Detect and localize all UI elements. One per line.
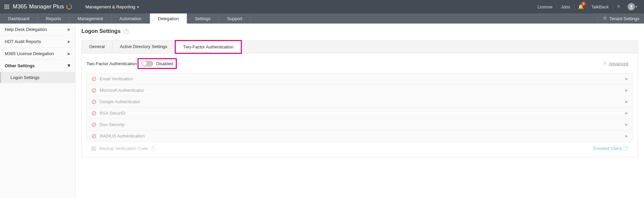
notifications-button[interactable]: 🔔 4	[575, 4, 587, 10]
method-label: Google Authenticator	[100, 99, 140, 104]
tfa-toggle[interactable]	[141, 61, 153, 67]
chevron-down-icon: ▾	[137, 5, 139, 9]
toggle-state-label: Disabled	[156, 61, 173, 66]
tab-general[interactable]: General	[82, 41, 112, 53]
advanced-link[interactable]: Advanced	[603, 61, 628, 66]
svg-point-1	[604, 17, 605, 18]
sidebar-item-hdt-audit-reports[interactable]: HDT Audit Reports ▶	[0, 36, 75, 48]
enrolled-users-link[interactable]: Enrolled Users ?	[593, 146, 628, 151]
svg-line-12	[93, 123, 95, 126]
sidebar-item-m365-license-delegation[interactable]: M365 License Delegation ▶	[0, 48, 75, 60]
nav-tab-automation[interactable]: Automation	[111, 13, 150, 24]
nav-tab-management[interactable]: Management	[69, 13, 111, 24]
caret-right-icon: ▶	[68, 28, 70, 31]
help-button[interactable]: ?	[613, 4, 624, 9]
sidebar-subitem-logon-settings[interactable]: Logon Settings	[0, 72, 75, 83]
auth-method-item[interactable]: Duo Security ▶	[87, 119, 633, 130]
method-label: Duo Security	[100, 122, 124, 127]
sidebar-item-label: Help Desk Delegation	[5, 27, 47, 32]
caret-right-icon: ▶	[625, 100, 628, 104]
page-title: Logon Settings	[82, 28, 120, 34]
svg-line-14	[93, 135, 95, 137]
tab-strip: General Active Directory Settings Two-Fa…	[82, 41, 638, 53]
brand-logo: M365 Manager Plus	[13, 3, 72, 10]
nav-tab-reports[interactable]: Reports	[38, 13, 70, 24]
sidebar-item-label: HDT Audit Reports	[5, 39, 41, 44]
svg-point-0	[631, 5, 632, 7]
page-title-row: Logon Settings ?	[82, 28, 638, 34]
top-header: M365 Manager Plus Management & Reporting…	[0, 0, 644, 13]
caret-right-icon: ▶	[625, 77, 628, 81]
brand-swirl-icon	[66, 4, 72, 10]
nav-tab-dashboard[interactable]: Dashboard	[0, 13, 38, 24]
advanced-label: Advanced	[609, 61, 628, 66]
backup-code-checkbox[interactable]	[91, 146, 96, 151]
auth-method-list: Email Verification ▶ Microsoft Authentic…	[82, 73, 638, 142]
jobs-link[interactable]: Jobs	[557, 4, 574, 10]
method-label: Email Verification	[100, 76, 133, 81]
method-label: Microsoft Authenticator	[100, 88, 144, 93]
talkback-link[interactable]: TalkBack	[587, 4, 613, 10]
nav-tab-settings[interactable]: Settings	[187, 13, 219, 24]
user-avatar-icon	[628, 3, 635, 10]
disabled-icon	[92, 100, 96, 104]
apps-grid-icon[interactable]	[4, 4, 9, 9]
caret-down-icon: ▶	[67, 65, 71, 67]
disabled-icon	[92, 88, 96, 93]
user-menu[interactable]: ▾	[624, 3, 640, 10]
tab-active-directory-settings[interactable]: Active Directory Settings	[112, 41, 175, 53]
main-nav: Dashboard Reports Management Automation …	[0, 13, 644, 24]
sidebar-item-other-settings[interactable]: Other Settings ▶	[0, 60, 75, 72]
disabled-icon	[92, 122, 96, 127]
tabs-panel: General Active Directory Settings Two-Fa…	[82, 40, 638, 157]
sidebar: Help Desk Delegation ▶ HDT Audit Reports…	[0, 24, 75, 198]
nav-tab-support[interactable]: Support	[219, 13, 251, 24]
content-area: Logon Settings ? General Active Director…	[75, 24, 644, 198]
caret-right-icon: ▶	[68, 40, 70, 43]
method-label: RADIUS Authentication	[100, 133, 145, 138]
svg-line-8	[93, 101, 95, 103]
license-link[interactable]: License	[533, 4, 557, 10]
sidebar-item-label: Other Settings	[5, 63, 35, 68]
svg-line-6	[93, 89, 95, 92]
disabled-icon	[92, 111, 96, 116]
toggle-knob-icon	[142, 61, 147, 66]
sidebar-item-help-desk-delegation[interactable]: Help Desk Delegation ▶	[0, 24, 75, 36]
disabled-icon	[92, 77, 96, 81]
gear-icon	[603, 61, 607, 66]
svg-point-2	[605, 63, 606, 64]
tenant-settings-button[interactable]: Tenant Settings	[598, 13, 644, 24]
section-dropdown[interactable]: Management & Reporting ▾	[86, 4, 139, 9]
caret-right-icon: ▶	[625, 122, 628, 127]
auth-method-item[interactable]: RADIUS Authentication ▶	[87, 130, 633, 142]
auth-method-item[interactable]: Google Authenticator ▶	[87, 96, 633, 108]
tab-body: Two-Factor Authentication Disabled Advan…	[82, 53, 638, 157]
auth-method-item[interactable]: Email Verification ▶	[87, 73, 633, 85]
tfa-toggle-group: Disabled	[138, 58, 177, 69]
tfa-label: Two-Factor Authentication	[87, 61, 137, 66]
auth-method-item[interactable]: RSA SecurID ▶	[87, 108, 633, 119]
enrolled-users-label: Enrolled Users	[593, 146, 622, 151]
header-right-group: License Jobs 🔔 4 TalkBack ? ▾	[533, 3, 640, 10]
gear-icon	[603, 16, 607, 21]
nav-tab-delegation[interactable]: Delegation	[150, 13, 187, 24]
disabled-icon	[92, 134, 96, 138]
caret-right-icon: ▶	[625, 88, 628, 92]
auth-method-item[interactable]: Microsoft Authenticator ▶	[87, 85, 633, 96]
info-icon[interactable]: ?	[124, 29, 129, 34]
svg-line-4	[93, 78, 95, 80]
method-label: RSA SecurID	[100, 111, 125, 116]
chevron-down-icon: ▾	[636, 5, 637, 8]
main-layout: Help Desk Delegation ▶ HDT Audit Reports…	[0, 24, 644, 198]
brand-text-3: Plus	[53, 3, 64, 10]
svg-line-10	[93, 112, 95, 115]
sidebar-item-label: M365 License Delegation	[5, 51, 54, 56]
backup-code-label: Backup Verification Code	[99, 146, 148, 151]
backup-code-row: Backup Verification Code ? Enrolled User…	[87, 142, 633, 152]
tfa-toggle-row: Two-Factor Authentication Disabled Advan…	[82, 58, 638, 73]
tab-two-factor-authentication[interactable]: Two-Factor Authentication	[175, 40, 242, 54]
info-icon[interactable]: ?	[150, 146, 155, 151]
section-dropdown-label: Management & Reporting	[86, 4, 135, 9]
info-icon[interactable]: ?	[623, 146, 628, 151]
caret-right-icon: ▶	[68, 52, 70, 55]
